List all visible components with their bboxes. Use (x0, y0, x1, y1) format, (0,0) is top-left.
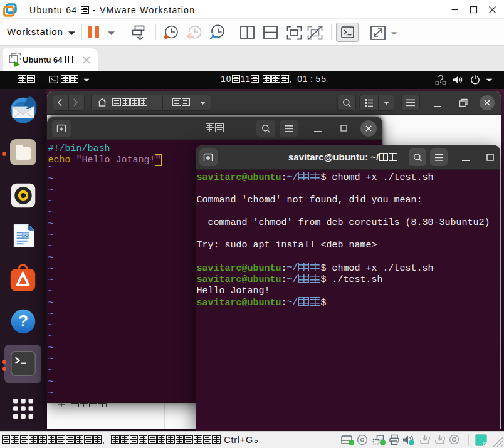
svg-text:?: ? (18, 312, 28, 330)
